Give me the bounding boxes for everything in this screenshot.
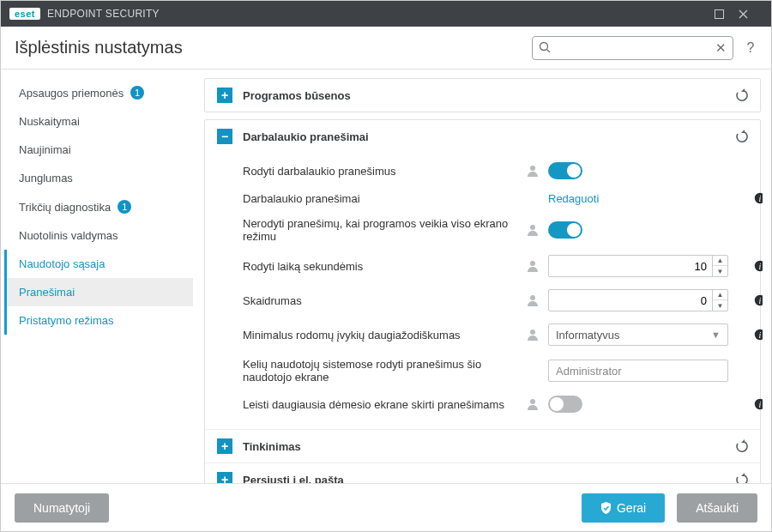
expand-icon[interactable]: + — [217, 438, 232, 454]
sidebar-item-connectivity[interactable]: Junglumas — [4, 164, 193, 192]
panel-desktop-notifications: − Darbalaukio pranešimai Rodyti darbalau… — [204, 119, 761, 483]
select-min-verbosity[interactable]: Informatyvus ▼ — [548, 323, 728, 346]
svg-line-4 — [547, 49, 551, 52]
sidebar-item-label: Junglumas — [19, 172, 73, 184]
svg-rect-0 — [715, 9, 724, 18]
panel-body: Rodyti darbalaukio pranešimus Darbalauki… — [205, 153, 760, 429]
body: Apsaugos priemonės 1 Nuskaitymai Naujini… — [1, 70, 771, 483]
input-multi-user[interactable]: Administrator — [548, 360, 728, 382]
step-down-icon[interactable]: ▼ — [713, 266, 727, 277]
step-down-icon[interactable]: ▼ — [713, 300, 727, 311]
user-icon — [526, 164, 540, 178]
setting-label: Nerodyti pranešimų, kai programos veikia… — [243, 217, 517, 243]
row-show-desktop-notifications: Rodyti darbalaukio pranešimus — [243, 156, 748, 185]
brand-logo: eset — [9, 8, 40, 20]
undo-icon[interactable] — [734, 130, 748, 143]
sidebar-item-protection[interactable]: Apsaugos priemonės 1 — [4, 78, 193, 107]
row-multi-user: Kelių naudotojų sistemose rodyti praneši… — [243, 352, 748, 390]
info-icon[interactable]: i — [754, 329, 763, 341]
titlebar: eset ENDPOINT SECURITY — [1, 1, 771, 27]
setting-label: Darbalaukio pranešimai — [243, 192, 517, 205]
collapse-icon[interactable]: − — [217, 129, 232, 144]
expand-icon[interactable]: + — [217, 472, 232, 483]
toggle-allow-focus[interactable] — [548, 396, 582, 413]
help-button[interactable]: ? — [744, 40, 757, 56]
sidebar-item-remote[interactable]: Nuotolinis valdymas — [4, 221, 193, 250]
input-value[interactable] — [549, 294, 712, 307]
chevron-down-icon: ▼ — [711, 329, 721, 340]
panel-title: Tinkinimas — [243, 440, 301, 453]
svg-text:i: i — [759, 296, 762, 305]
page-title: Išplėstinis nustatymas — [15, 38, 183, 57]
sidebar-item-label: Naudotojo sąsaja — [19, 257, 105, 270]
row-no-notifications-fullscreen: Nerodyti pranešimų, kai programos veikia… — [243, 211, 748, 249]
panel-program-states: + Programos būsenos — [204, 78, 761, 112]
row-transparency: Skaidrumas ▲▼ i — [243, 283, 748, 317]
setting-label: Leisti daugiausia dėmesio ekrane skirti … — [243, 398, 517, 411]
undo-icon[interactable] — [734, 439, 748, 453]
app-window: eset ENDPOINT SECURITY Išplėstinis nusta… — [0, 0, 772, 532]
info-icon[interactable]: i — [754, 398, 763, 410]
default-button[interactable]: Numatytoji — [15, 493, 109, 523]
window-close-icon[interactable] — [739, 9, 763, 19]
panel-title: Persiųsti į el. paštą — [243, 474, 344, 484]
panel-title: Programos būsenos — [243, 89, 351, 102]
panel-header-forward-email[interactable]: + Persiųsti į el. paštą — [205, 462, 760, 483]
setting-label: Minimalus rodomų įvykių daugiažodiškumas — [243, 329, 517, 342]
badge-count: 1 — [118, 200, 131, 214]
main: + Programos būsenos − Darbalaukio praneš… — [194, 70, 771, 483]
sidebar-item-updates[interactable]: Naujinimai — [4, 136, 193, 164]
stepper[interactable]: ▲▼ — [712, 256, 727, 277]
sidebar-item-label: Pristatymo režimas — [19, 314, 114, 327]
edit-link[interactable]: Redaguoti — [548, 192, 599, 205]
expand-icon[interactable]: + — [217, 88, 232, 103]
svg-point-5 — [530, 166, 535, 171]
badge-count: 1 — [130, 86, 144, 100]
sidebar-item-label: Pranešimai — [19, 286, 75, 299]
svg-point-12 — [530, 295, 535, 300]
search-input[interactable] — [532, 36, 733, 60]
info-icon[interactable]: i — [754, 260, 763, 272]
step-up-icon[interactable]: ▲ — [713, 256, 727, 267]
user-icon — [526, 293, 540, 307]
step-up-icon[interactable]: ▲ — [713, 290, 727, 301]
svg-point-18 — [530, 399, 535, 404]
ok-button[interactable]: Gerai — [582, 493, 665, 523]
sidebar-item-presentation-mode[interactable]: Pristatymo režimas — [4, 306, 193, 335]
shield-icon — [600, 502, 612, 514]
sidebar-item-label: Trikčių diagnostika — [19, 201, 111, 214]
sidebar-item-diagnostics[interactable]: Trikčių diagnostika 1 — [4, 192, 193, 221]
sidebar-item-notifications[interactable]: Pranešimai — [4, 278, 193, 306]
sidebar-item-label: Nuskaitymai — [19, 115, 80, 128]
svg-text:i: i — [759, 330, 762, 340]
input-value[interactable] — [549, 260, 712, 273]
panel-header-customization[interactable]: + Tinkinimas — [205, 429, 760, 462]
undo-icon[interactable] — [734, 88, 748, 102]
row-allow-focus: Leisti daugiausia dėmesio ekrane skirti … — [243, 390, 748, 419]
footer: Numatytoji Gerai Atšaukti — [1, 483, 771, 531]
panel-header[interactable]: + Programos būsenos — [205, 79, 760, 112]
window-maximize-icon[interactable] — [715, 9, 739, 19]
toggle-no-fullscreen[interactable] — [548, 221, 582, 239]
row-min-verbosity: Minimalus rodomų įvykių daugiažodiškumas… — [243, 317, 748, 352]
main-scroll[interactable]: + Programos būsenos − Darbalaukio praneš… — [199, 70, 763, 483]
sidebar-item-scans[interactable]: Nuskaitymai — [4, 107, 193, 136]
svg-text:i: i — [759, 262, 762, 271]
svg-text:i: i — [759, 400, 762, 409]
sidebar-item-ui[interactable]: Naudotojo sąsaja — [4, 250, 193, 278]
info-icon[interactable]: i — [754, 192, 763, 204]
panel-header[interactable]: − Darbalaukio pranešimai — [205, 120, 760, 153]
row-desktop-notifications-edit: Darbalaukio pranešimai Redaguoti i — [243, 185, 748, 211]
undo-icon[interactable] — [734, 473, 748, 483]
sidebar-item-label: Naujinimai — [19, 143, 71, 156]
search-box: ✕ — [532, 36, 733, 60]
info-icon[interactable]: i — [754, 294, 763, 306]
clear-search-icon[interactable]: ✕ — [715, 40, 727, 56]
input-show-time-seconds[interactable]: ▲▼ — [548, 255, 728, 277]
cancel-button[interactable]: Atšaukti — [677, 493, 757, 523]
input-transparency[interactable]: ▲▼ — [548, 289, 728, 311]
user-icon — [526, 223, 540, 237]
stepper[interactable]: ▲▼ — [712, 290, 727, 311]
toggle-show-desktop-notifications[interactable] — [548, 162, 582, 179]
header: Išplėstinis nustatymas ✕ ? — [1, 27, 771, 70]
